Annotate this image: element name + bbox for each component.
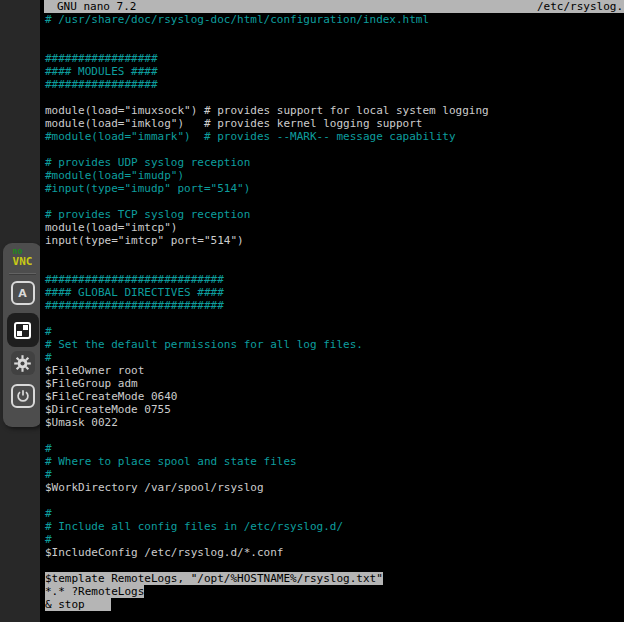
settings-button[interactable] — [11, 351, 35, 375]
editor-line: # — [45, 533, 624, 546]
editor-line — [45, 494, 624, 507]
editor-content: # /usr/share/doc/rsyslog-doc/html/config… — [45, 13, 624, 611]
editor-line — [45, 143, 624, 156]
editor-line: # — [45, 442, 624, 455]
editor-line: $Umask 0022 — [45, 416, 624, 429]
editor-line — [45, 429, 624, 442]
fullscreen-button[interactable] — [7, 313, 39, 347]
editor-line: ################# — [45, 52, 624, 65]
nano-titlebar: GNU nano 7.2 /etc/rsyslog. — [44, 0, 624, 13]
novnc-logo: no VNC — [13, 248, 33, 267]
editor-line: #module(load="imudp") — [45, 169, 624, 182]
editor-line: # — [45, 325, 624, 338]
editor-line: ################# — [45, 78, 624, 91]
editor-line: # /usr/share/doc/rsyslog-doc/html/config… — [45, 13, 624, 26]
nano-filename: /etc/rsyslog. — [537, 0, 623, 13]
editor-line: $template RemoteLogs, "/opt/%HOSTNAME%/r… — [45, 572, 624, 585]
editor-line — [45, 247, 624, 260]
editor-line: & stop — [45, 598, 624, 611]
editor-line: module(load="imuxsock") # provides suppo… — [45, 104, 624, 117]
editor-line: # — [45, 507, 624, 520]
editor-line: $FileGroup adm — [45, 377, 624, 390]
editor-line: #input(type="imudp" port="514") — [45, 182, 624, 195]
editor-line — [45, 39, 624, 52]
editor-line: # — [45, 468, 624, 481]
editor-line: *.* ?RemoteLogs — [45, 585, 624, 598]
a-key-icon: A — [18, 287, 27, 300]
editor-line: # Include all config files in /etc/rsysl… — [45, 520, 624, 533]
extra-keys-button[interactable]: A — [11, 281, 35, 305]
editor-line: #### GLOBAL DIRECTIVES #### — [45, 286, 624, 299]
editor-line: # Set the default permissions for all lo… — [45, 338, 624, 351]
editor-line: # provides UDP syslog reception — [45, 156, 624, 169]
gear-icon — [14, 355, 31, 372]
editor-line: # provides TCP syslog reception — [45, 208, 624, 221]
panel-divider — [9, 273, 36, 275]
novnc-logo-vnc: VNC — [13, 256, 33, 267]
editor-line: # — [45, 351, 624, 364]
editor-line: #module(load="immark") # provides --MARK… — [45, 130, 624, 143]
editor-line: # Where to place spool and state files — [45, 455, 624, 468]
editor-line: ########################### — [45, 273, 624, 286]
power-button[interactable] — [11, 384, 35, 408]
editor-line — [45, 91, 624, 104]
editor-line: module(load="imklog") # provides kernel … — [45, 117, 624, 130]
editor-line — [45, 312, 624, 325]
editor-line: module(load="imtcp") — [45, 221, 624, 234]
editor-line: #### MODULES #### — [45, 65, 624, 78]
editor-line — [45, 195, 624, 208]
vnc-control-bar: no VNC A — [3, 243, 42, 427]
editor-line: $FileOwner root — [45, 364, 624, 377]
nano-version: GNU nano 7.2 — [57, 0, 136, 13]
power-icon — [16, 389, 30, 403]
editor-line: $DirCreateMode 0755 — [45, 403, 624, 416]
editor-line: $IncludeConfig /etc/rsyslog.d/*.conf — [45, 546, 624, 559]
terminal-screen[interactable]: GNU nano 7.2 /etc/rsyslog. # /usr/share/… — [40, 0, 624, 622]
editor-line: input(type="imtcp" port="514") — [45, 234, 624, 247]
editor-line — [45, 260, 624, 273]
editor-line: $FileCreateMode 0640 — [45, 390, 624, 403]
editor-line: ########################### — [45, 299, 624, 312]
editor-line: $WorkDirectory /var/spool/rsyslog — [45, 481, 624, 494]
editor-line — [45, 26, 624, 39]
fullscreen-icon — [14, 322, 31, 339]
editor-line — [45, 559, 624, 572]
